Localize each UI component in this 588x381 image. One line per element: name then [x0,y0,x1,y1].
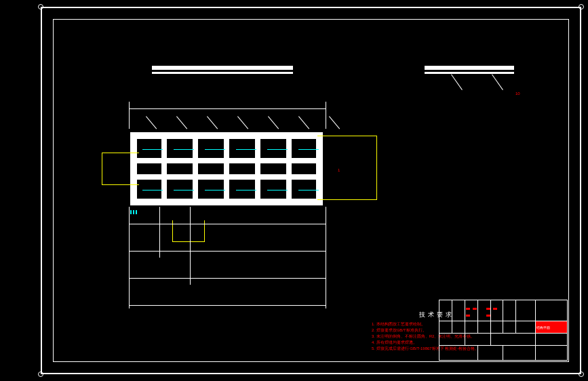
cyan-mark [298,149,319,150]
dim-v-top-2 [326,102,326,129]
cyan-bottom-mark [130,210,132,214]
cyan-mark [236,149,256,150]
titleblock-red-marks [466,308,520,320]
dim-v-top-1 [129,102,130,129]
corner-mark-tr [579,4,584,9]
grid-label-right: 1 [338,168,340,172]
beam-v-1 [161,132,167,205]
dim-v-3 [190,207,191,285]
dim-v-4 [326,207,326,308]
corner-mark-bl [38,372,43,377]
dim-v-1 [129,207,130,308]
beam-v-5 [286,132,292,205]
tech-req-line-4: 4. 所有焊缝均要求焊透。 [372,340,417,346]
cyan-mark [205,190,225,190]
dim-line-1 [129,224,326,224]
cyan-mark [267,190,288,190]
beam-v-4 [255,132,260,205]
top-section-label: 10 [515,92,520,96]
dim-line-4 [129,305,326,306]
dim-line-2 [129,251,326,252]
yellow-overlay-right [317,136,377,200]
beam-v-2 [193,132,198,205]
cyan-mark [298,190,319,190]
dim-line-3 [129,278,326,279]
cyan-mark [142,190,163,190]
top-section-bar-2 [425,66,514,70]
cyan-mark [142,149,163,150]
tech-req-line-2: 2. 焊接要求按GB/T标准执行。 [372,327,427,334]
drawing-name-cell: 结构平面 [535,321,567,334]
corner-mark-tl [38,4,43,9]
dim-v-2 [159,207,160,258]
tech-req-line-1: 1. 本结构图按工艺要求绘制。 [372,321,425,327]
beam-v-3 [224,132,229,205]
top-section-bar-2b [425,72,514,74]
cyan-mark [174,149,194,150]
cyan-bottom-mark [136,210,137,214]
cyan-bottom-mark [133,210,134,214]
top-section-bar-1b [152,72,293,74]
cyan-mark [205,149,225,150]
cyan-mark [236,190,256,190]
cyan-mark [174,190,194,190]
dim-top [129,108,326,109]
yellow-overlay-left [102,153,139,185]
cad-canvas[interactable]: 10 [0,0,588,381]
top-section-bar-1 [152,66,293,70]
cyan-mark [267,149,288,150]
corner-mark-br [579,372,584,377]
structural-grid [130,132,323,205]
